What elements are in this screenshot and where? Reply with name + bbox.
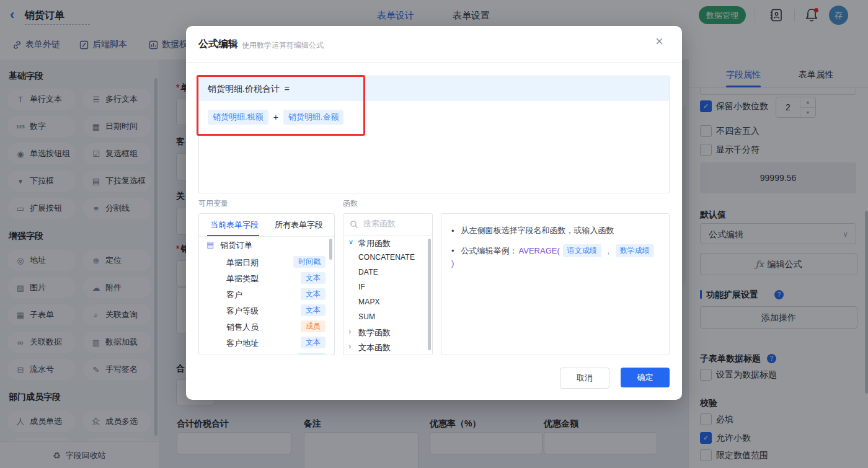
function-item[interactable]: SUM — [343, 310, 432, 325]
tab-current-form-fields[interactable]: 当前表单字段 — [210, 219, 259, 231]
tip-line-2: • 公式编辑举例： AVERAGE( 语文成绩 ， 数学成绩 ) — [451, 244, 659, 268]
app-screen: ‹ 销货订单 表单设计 表单设置 数据管理 存 表单外链 后端脚本 数据权 预览 — [0, 0, 868, 468]
variable-row[interactable]: 单据类型 文本 — [199, 270, 334, 286]
function-group-text[interactable]: › 文本函数 — [343, 340, 432, 355]
chevron-down-icon: ∨ — [348, 238, 353, 246]
annotation-highlight-box — [197, 75, 365, 136]
functions-label: 函数 — [343, 198, 358, 209]
type-badge: 文本 — [301, 337, 326, 348]
variable-row[interactable]: 销售人员 成员 — [199, 319, 334, 335]
variables-tab-underline — [207, 235, 259, 236]
modal-header-divider — [186, 62, 682, 63]
variable-row[interactable]: 客户 文本 — [199, 286, 334, 302]
variable-row[interactable]: 客户地址 文本 — [199, 335, 334, 351]
type-badge: 成员 — [301, 320, 326, 332]
variables-label: 可用变量 — [198, 198, 228, 209]
modal-title: 公式编辑 — [198, 38, 238, 51]
variables-scrollbar[interactable] — [329, 239, 332, 260]
function-item[interactable]: DATE — [343, 265, 432, 280]
modal-subtitle: 使用数学运算符编辑公式 — [242, 40, 324, 51]
tips-panel: • 从左侧面板选择字段名和函数，或输入函数 • 公式编辑举例： AVERAGE(… — [441, 213, 670, 355]
function-group-math[interactable]: › 数学函数 — [343, 325, 432, 340]
formula-edit-modal: 公式编辑 使用数学运算符编辑公式 × 销货明细.价税合计 = 销货明细.税额 +… — [186, 26, 682, 400]
function-item[interactable]: IF — [343, 280, 432, 295]
type-badge: 文本 — [301, 288, 326, 300]
chevron-right-icon: › — [348, 342, 351, 351]
tab-all-form-fields[interactable]: 所有表单字段 — [275, 219, 323, 231]
function-item[interactable]: MAPX — [343, 295, 432, 310]
example-field-chip: 数学成绩 — [616, 244, 654, 257]
function-search-input[interactable] — [362, 218, 427, 229]
tip-line-1: • 从左侧面板选择字段名和函数，或输入函数 — [451, 225, 659, 236]
function-group-common[interactable]: ∨ 常用函数 — [343, 236, 432, 250]
search-icon — [350, 220, 358, 229]
function-name-example: AVERAGE( — [519, 246, 560, 255]
type-badge: 文本 — [301, 304, 326, 316]
function-search[interactable] — [343, 214, 432, 236]
close-icon[interactable]: × — [655, 35, 663, 48]
confirm-button[interactable]: 确定 — [621, 368, 670, 387]
variable-row[interactable]: 单据日期 时间戳 — [199, 254, 334, 270]
cancel-button[interactable]: 取消 — [560, 368, 609, 389]
chevron-right-icon: › — [348, 327, 351, 336]
type-badge: 时间戳 — [293, 256, 326, 268]
functions-scrollbar[interactable] — [428, 239, 431, 350]
variable-row[interactable]: 客户等级 文本 — [199, 302, 334, 319]
example-field-chip: 语文成绩 — [563, 244, 601, 257]
variable-row-partial[interactable] — [199, 351, 334, 355]
functions-panel: ∨ 常用函数 CONCATENATE DATE IF MAPX SUM › 数学… — [343, 213, 433, 355]
variable-tree-root[interactable]: ▤ 销货订单 — [199, 237, 334, 254]
function-item[interactable]: CONCATENATE — [343, 250, 432, 265]
form-file-icon: ▤ — [206, 240, 214, 249]
type-badge — [298, 353, 326, 355]
variables-panel: 当前表单字段 所有表单字段 ▤ 销货订单 单据日期 时间戳 单据类型 文本 客户… — [198, 213, 335, 355]
type-badge: 文本 — [301, 272, 326, 284]
